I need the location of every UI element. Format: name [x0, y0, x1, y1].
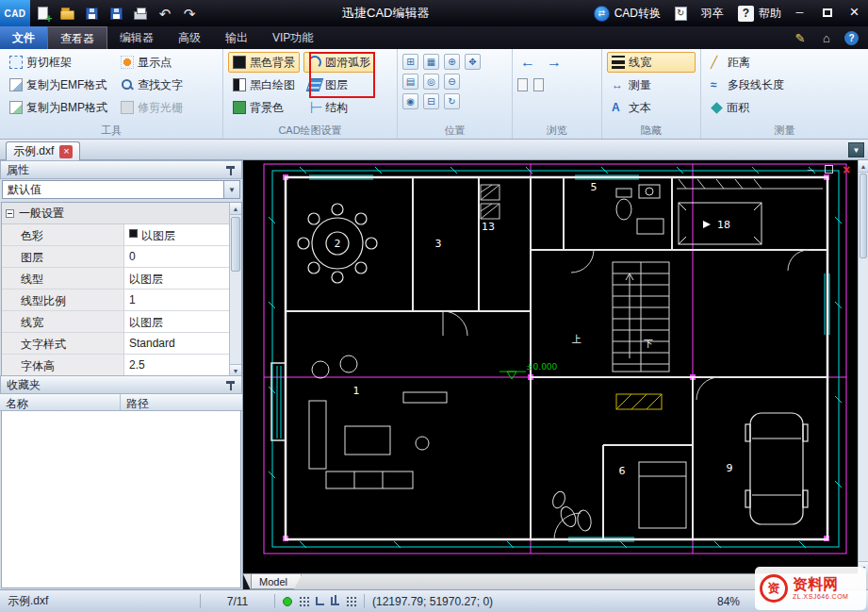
canvas-close-icon[interactable] [841, 164, 852, 174]
layers-button[interactable]: 图层 [303, 74, 375, 95]
pan-hand-icon[interactable] [465, 54, 481, 70]
copy-as-bmp-button[interactable]: 复制为BMP格式 [5, 97, 112, 118]
document-tab[interactable]: 示例.dxf [6, 141, 80, 160]
zoom-extents-icon[interactable] [423, 74, 439, 90]
model-tab[interactable]: Model [251, 574, 302, 589]
clip-frame-button[interactable]: 剪切框架 [5, 52, 112, 73]
black-background-icon [233, 56, 246, 69]
save-icon [86, 8, 98, 20]
canvas-scrollbar[interactable]: ▲ ▼ [858, 160, 868, 573]
polyline-length-button[interactable]: 多段线长度 [706, 74, 863, 95]
scroll-up-icon[interactable]: ▲ [859, 160, 868, 173]
black-background-button[interactable]: 黑色背景 [228, 52, 300, 73]
ortho-mode-icon[interactable] [316, 597, 324, 605]
property-group-row[interactable]: 一般设置 [2, 203, 241, 224]
user-name[interactable]: 羽卒 [701, 6, 724, 22]
minimize-button[interactable] [786, 0, 813, 25]
properties-scrollbar[interactable]: ▲ ▼ [229, 203, 241, 376]
zoom-in-icon[interactable] [444, 54, 460, 70]
help-button[interactable]: 帮助 [738, 6, 781, 22]
preset-dropdown[interactable]: 默认值 [2, 180, 240, 199]
floor-plan-drawing[interactable]: ±0.000 2 3 5 13 18 1 6 9 上 下 [243, 160, 858, 573]
background-color-button[interactable]: 背景色 [228, 97, 300, 118]
copy-as-emf-button[interactable]: 复制为EMF格式 [5, 74, 112, 95]
measure-arrows-icon [612, 78, 625, 91]
chevron-down-icon[interactable] [223, 181, 239, 198]
status-zoom-level: 84% [710, 590, 747, 612]
layers-icon [306, 78, 324, 91]
area-button[interactable]: 面积 [706, 97, 863, 118]
snap-grid-icon[interactable] [299, 596, 309, 606]
forward-arrow-icon[interactable]: → [544, 54, 565, 71]
bw-drawing-button[interactable]: 黑白绘图 [228, 74, 300, 95]
polar-tracking-icon[interactable] [346, 596, 356, 606]
distance-button[interactable]: 距离 [706, 52, 863, 73]
property-row-layer[interactable]: 图层 0 [2, 246, 241, 268]
redo-button[interactable] [177, 2, 202, 25]
undo-button[interactable] [153, 2, 177, 25]
favorites-name-column[interactable]: 名称 [0, 394, 121, 410]
view-window-icon[interactable] [423, 93, 439, 109]
lineweight-toggle-button[interactable]: 线宽 [607, 52, 696, 73]
previous-view-icon[interactable] [517, 78, 528, 91]
sheet-view-icon[interactable] [402, 74, 418, 90]
status-ready-icon[interactable] [283, 597, 292, 606]
property-row-lineweight[interactable]: 线宽 以图层 [2, 311, 241, 333]
structure-button[interactable]: 结构 [303, 97, 375, 118]
scroll-up-icon[interactable]: ▲ [230, 203, 241, 215]
tab-close-icon[interactable] [59, 145, 73, 158]
text-toggle-button[interactable]: 文本 [607, 97, 696, 118]
measure-toggle-button[interactable]: 测量 [607, 74, 696, 95]
zoom-window-icon[interactable] [402, 54, 418, 70]
find-text-button[interactable]: 查找文字 [116, 74, 188, 95]
property-row-color[interactable]: 色彩 以图层 [2, 224, 241, 246]
new-file-button[interactable] [30, 2, 55, 25]
back-arrow-icon[interactable]: ← [517, 54, 538, 71]
menu-tab-vip[interactable]: VIP功能 [260, 26, 325, 49]
smooth-arc-button[interactable]: 圆滑弧形 [303, 52, 375, 73]
show-points-button[interactable]: 显示点 [116, 52, 188, 73]
home-icon[interactable] [818, 29, 835, 46]
menu-tab-advanced[interactable]: 高级 [166, 26, 213, 49]
drawing-canvas[interactable]: ±0.000 2 3 5 13 18 1 6 9 上 下 [243, 160, 858, 573]
cad-convert-button[interactable]: CAD转换 [594, 6, 661, 22]
canvas-minimize-icon[interactable] [805, 164, 816, 174]
pencil-icon[interactable] [792, 29, 809, 46]
close-button[interactable] [841, 0, 868, 25]
scrollbar-thumb[interactable] [231, 217, 240, 272]
menu-tab-editor[interactable]: 编辑器 [107, 26, 166, 49]
favorites-path-column[interactable]: 路径 [121, 394, 242, 410]
print-button[interactable] [128, 2, 153, 25]
grid-view-icon[interactable] [423, 54, 439, 70]
zoom-center-icon[interactable] [402, 93, 418, 109]
collapse-icon[interactable] [6, 209, 14, 218]
pin-icon[interactable] [225, 165, 236, 175]
refresh-view-icon[interactable] [444, 93, 460, 109]
menu-tab-viewer[interactable]: 查看器 [47, 26, 107, 49]
tab-scroll-down-button[interactable] [848, 142, 864, 157]
document-convert-icon[interactable] [675, 7, 687, 21]
properties-grid: 一般设置 色彩 以图层 图层 0 线型 以图层 线型比例 1 线宽 以图层 文字… [1, 202, 242, 377]
menu-tab-output[interactable]: 输出 [213, 26, 260, 49]
scrollbar-thumb[interactable] [860, 174, 867, 258]
open-file-button[interactable] [55, 2, 79, 25]
help-circle-icon[interactable] [844, 31, 859, 45]
trim-raster-button[interactable]: 修剪光栅 [116, 97, 188, 118]
layout-corner-icon [243, 574, 251, 590]
property-row-ltscale[interactable]: 线型比例 1 [2, 289, 241, 311]
next-view-icon[interactable] [533, 78, 544, 91]
pin-icon[interactable] [225, 380, 236, 390]
save-button[interactable] [79, 2, 104, 25]
room-label: 3 [435, 238, 442, 250]
osnap-icon[interactable] [331, 597, 339, 605]
black-white-icon [233, 78, 246, 91]
favorites-list[interactable] [1, 411, 241, 588]
property-row-fontheight[interactable]: 字体高 2.5 [2, 355, 241, 376]
save-as-button[interactable] [104, 2, 128, 25]
menu-tab-file[interactable]: 文件 [0, 26, 47, 49]
maximize-button[interactable] [813, 0, 841, 25]
canvas-restore-icon[interactable] [823, 164, 834, 174]
property-row-linetype[interactable]: 线型 以图层 [2, 268, 241, 289]
zoom-out-icon[interactable] [444, 74, 460, 90]
property-row-textstyle[interactable]: 文字样式 Standard [2, 333, 241, 355]
